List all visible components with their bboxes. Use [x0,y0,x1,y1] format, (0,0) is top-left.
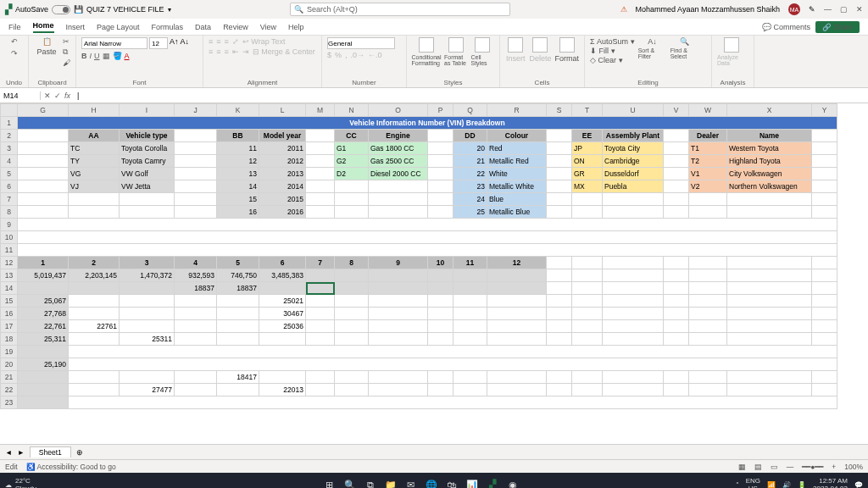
align-bot-icon[interactable]: ≡ [225,37,229,46]
font-color-button[interactable]: A [125,52,130,60]
align-top-icon[interactable]: ≡ [209,37,213,46]
tab-page-layout[interactable]: Page Layout [97,23,140,31]
conditional-formatting-button[interactable]: Conditional Formatting [412,37,441,66]
currency-icon[interactable]: $ [327,51,331,59]
fill-button[interactable]: ⬇ Fill ▾ [590,47,635,55]
enter-formula-icon[interactable]: ✓ [54,92,61,100]
view-normal-icon[interactable]: ▦ [738,463,746,471]
explorer-icon[interactable]: 📁 [385,479,397,488]
font-size-select[interactable] [149,37,168,49]
fx-icon[interactable]: fx [64,92,70,100]
inc-decimal-icon[interactable]: .0→ [351,51,365,59]
view-pagebreak-icon[interactable]: ▭ [771,463,778,471]
view-pagelayout-icon[interactable]: ▤ [754,463,762,471]
doc-dropdown[interactable]: ▾ [168,6,171,14]
dec-decimal-icon[interactable]: ←.0 [368,51,382,59]
language-indicator[interactable]: ENG [746,477,760,485]
percent-icon[interactable]: % [335,51,342,59]
bold-button[interactable]: B [81,52,87,60]
increase-font-icon[interactable]: A↑ [170,37,179,49]
insert-cells-button[interactable]: Insert [505,37,526,63]
comma-icon[interactable]: , [345,51,348,59]
zoom-level[interactable]: 100% [844,463,863,471]
comments-button[interactable]: 💬 Comments [762,23,810,31]
title-cell[interactable]: Vehicle Information Number (VIN) Breakdo… [18,117,837,130]
weather-widget[interactable]: ☁ 22°C Cloudy [5,477,107,488]
store-icon[interactable]: 🛍 [446,479,458,488]
sheet-area[interactable]: GHIJKLMNOPQRSTUVWXY 1Vehicle Information… [0,103,868,444]
name-box[interactable]: M14 [0,92,41,100]
border-button[interactable]: ▦ [103,52,110,60]
format-cells-button[interactable]: Format [554,37,579,63]
wrap-text-button[interactable]: ↩ Wrap Text [242,37,286,46]
share-button[interactable]: 🔗 Share [815,21,860,33]
format-painter-icon[interactable]: 🖌 [63,58,70,67]
tab-insert[interactable]: Insert [66,23,86,31]
tab-nav-next[interactable]: ► [17,448,24,457]
clear-button[interactable]: ◇ Clear ▾ [590,56,635,64]
wifi-icon[interactable]: 📶 [767,481,776,489]
indent-inc-icon[interactable]: ⇥ [242,47,249,56]
number-format-select[interactable] [327,37,395,49]
align-left-icon[interactable]: ≡ [209,47,213,56]
excel-taskbar-icon[interactable]: ▞ [487,479,498,488]
find-select-button[interactable]: 🔍Find & Select [670,37,699,59]
underline-button[interactable]: U [94,52,100,60]
close-button[interactable]: ✕ [856,5,863,14]
copy-icon[interactable]: ⧉ [63,47,70,57]
pen-icon[interactable]: ✎ [809,5,815,14]
tab-home[interactable]: Home [33,21,54,33]
tab-nav-prev[interactable]: ◄ [5,448,12,457]
redo-icon[interactable]: ↷ [11,49,18,58]
font-name-select[interactable] [81,37,147,49]
new-sheet-button[interactable]: ⊕ [76,448,83,457]
tab-file[interactable]: File [8,23,21,31]
align-mid-icon[interactable]: ≡ [216,37,220,46]
taskview-icon[interactable]: ⧉ [364,479,376,488]
autosave-toggle[interactable] [52,5,70,14]
tab-review[interactable]: Review [223,23,248,31]
powerbi-icon[interactable]: 📊 [466,479,478,488]
formula-bar[interactable]: | [74,92,868,100]
tab-formulas[interactable]: Formulas [152,23,184,31]
search-box[interactable]: 🔍 Search (Alt+Q) [290,3,510,16]
paste-button[interactable]: 📋 Paste [34,37,59,56]
tray-chevron-icon[interactable]: ˄ [736,481,739,489]
avatar[interactable]: MA [788,3,800,15]
save-icon[interactable]: 💾 [74,5,83,14]
cut-icon[interactable]: ✂ [63,37,70,46]
start-icon[interactable]: ⊞ [324,479,336,488]
zoom-out[interactable]: — [787,463,794,471]
orientation-icon[interactable]: ⤢ [232,37,239,46]
cell-styles-button[interactable]: Cell Styles [471,37,495,66]
volume-icon[interactable]: 🔊 [782,481,791,489]
minimize-button[interactable]: — [824,5,832,14]
zoom-slider[interactable]: ━━●━━ [802,463,823,471]
delete-cells-button[interactable]: Delete [529,37,551,63]
format-as-table-button[interactable]: Format as Table [444,37,468,66]
indent-dec-icon[interactable]: ⇤ [232,47,239,56]
notifications-icon[interactable]: 💬 [854,481,863,489]
active-cell[interactable] [306,282,335,295]
maximize-button[interactable]: ▢ [840,5,848,14]
align-right-icon[interactable]: ≡ [225,47,229,56]
sort-filter-button[interactable]: A↓Sort & Filter [638,37,667,59]
col-headers[interactable]: GHIJKLMNOPQRSTUVWXY [1,104,837,117]
spreadsheet-grid[interactable]: GHIJKLMNOPQRSTUVWXY 1Vehicle Information… [0,103,837,409]
edge-icon[interactable]: 🌐 [426,479,437,488]
chrome-icon[interactable]: ◉ [507,479,519,488]
sheet-tab[interactable]: Sheet1 [30,446,71,458]
clock-time[interactable]: 12:57 AM [813,477,848,485]
merge-button[interactable]: ⊟ Merge & Center [253,47,315,56]
undo-icon[interactable]: ↶ [11,37,18,46]
autosum-button[interactable]: Σ AutoSum ▾ [590,37,635,46]
zoom-in[interactable]: + [832,463,836,471]
tab-help[interactable]: Help [288,23,304,31]
cancel-formula-icon[interactable]: ✕ [44,92,51,100]
align-center-icon[interactable]: ≡ [216,47,220,56]
analyze-data-button[interactable]: Analyze Data [717,37,746,66]
battery-icon[interactable]: 🔋 [798,481,806,489]
taskbar-search-icon[interactable]: 🔍 [344,479,356,488]
italic-button[interactable]: I [90,52,92,60]
decrease-font-icon[interactable]: A↓ [181,37,190,49]
